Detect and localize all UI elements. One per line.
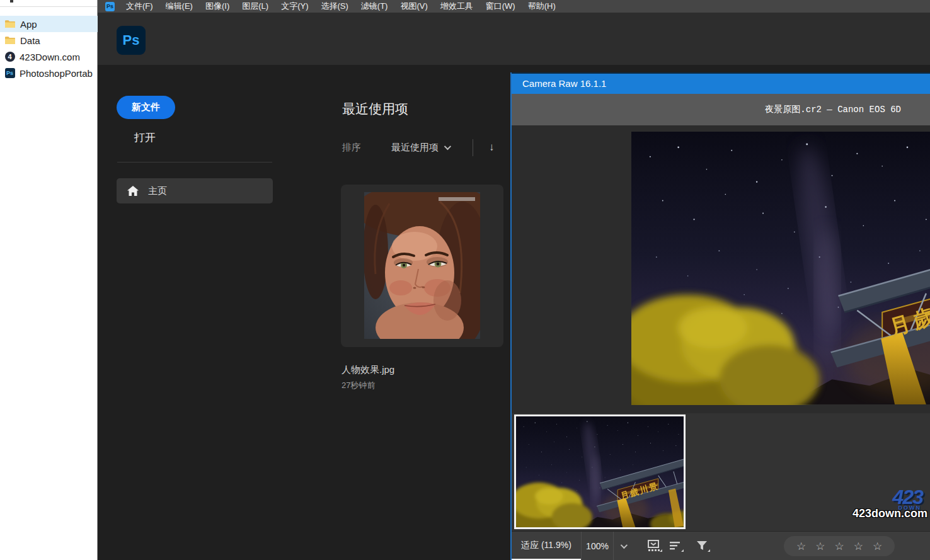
website-shortcut-icon: 4 bbox=[4, 52, 15, 62]
photoshop-logo: Ps bbox=[117, 26, 146, 55]
menu-bar: Ps 文件(F) 编辑(E) 图像(I) 图层(L) 文字(Y) 选择(S) 滤… bbox=[98, 0, 930, 13]
camera-raw-titlebar[interactable]: Camera Raw 16.1.1 bbox=[512, 74, 930, 94]
thumbnail-options-icon[interactable] bbox=[644, 532, 665, 560]
main-photo: 月歲川景 bbox=[631, 131, 930, 405]
menu-help[interactable]: 帮助(H) bbox=[522, 1, 562, 12]
photoshop-app-icon: Ps bbox=[4, 68, 15, 79]
explorer-separator bbox=[0, 6, 97, 7]
chevron-down-icon bbox=[444, 143, 451, 150]
nav-separator bbox=[117, 162, 272, 163]
camera-raw-dialog: Camera Raw 16.1.1 夜景原图.cr2 — Canon EOS 6… bbox=[510, 72, 930, 560]
explorer-item-423down[interactable]: 4 423Down.com bbox=[0, 49, 98, 65]
filmstrip: 月歲川景 423 DOWN 423down.com bbox=[512, 413, 930, 531]
zoom-fit-button[interactable]: 适应 (11.9%) bbox=[512, 532, 581, 560]
explorer-item-label: 423Down.com bbox=[20, 52, 80, 62]
watermark-down: DOWN bbox=[898, 505, 922, 511]
recent-files-title: 最近使用项 bbox=[342, 100, 408, 118]
explorer-item-data[interactable]: Data bbox=[0, 32, 98, 49]
sort-direction-icon[interactable]: ↓ bbox=[489, 141, 495, 154]
menu-file[interactable]: 文件(F) bbox=[120, 1, 159, 12]
folder-icon bbox=[4, 19, 16, 30]
sort-divider bbox=[473, 139, 473, 156]
watermark-logo: 423 bbox=[893, 486, 922, 509]
home-icon bbox=[127, 186, 139, 196]
star-rating: ☆ ☆ ☆ ☆ ☆ bbox=[784, 536, 895, 556]
star-4[interactable]: ☆ bbox=[854, 541, 863, 552]
sidebar-item-home[interactable]: 主页 bbox=[117, 178, 273, 203]
file-explorer-panel: App Data 4 423Down.com Ps PhotoshopPorta… bbox=[0, 0, 98, 560]
zoom-dropdown-chevron[interactable] bbox=[614, 532, 633, 560]
menu-view[interactable]: 视图(V) bbox=[394, 1, 433, 12]
filter-icon[interactable] bbox=[692, 532, 713, 560]
recent-file-time: 27秒钟前 bbox=[342, 380, 375, 391]
star-2[interactable]: ☆ bbox=[815, 541, 825, 552]
explorer-item-photoshop-portable[interactable]: Ps PhotoshopPortab bbox=[0, 65, 98, 81]
zoom-100-button[interactable]: 100% bbox=[582, 532, 613, 560]
recent-file-thumbnail bbox=[364, 192, 480, 339]
camera-raw-canvas: 月歲川景 bbox=[512, 125, 930, 413]
partial-item-fragment bbox=[10, 0, 13, 3]
star-1[interactable]: ☆ bbox=[796, 541, 806, 552]
explorer-item-label: App bbox=[20, 19, 37, 30]
menu-edit[interactable]: 编辑(E) bbox=[159, 1, 199, 12]
menu-type[interactable]: 文字(Y) bbox=[275, 1, 314, 12]
recent-file-card[interactable] bbox=[341, 185, 503, 347]
filmstrip-thumbnail-selected[interactable]: 月歲川景 bbox=[514, 414, 686, 529]
watermark: 423 DOWN 423down.com bbox=[852, 488, 927, 527]
camera-raw-bottom-toolbar: 适应 (11.9%) 100% bbox=[512, 531, 930, 560]
explorer-item-app[interactable]: App bbox=[0, 16, 98, 32]
explorer-item-label: Data bbox=[20, 35, 40, 46]
toolbar-spacer bbox=[633, 532, 644, 560]
home-header: Ps bbox=[98, 13, 930, 65]
star-3[interactable]: ☆ bbox=[834, 541, 844, 552]
sort-dropdown-value: 最近使用项 bbox=[391, 142, 439, 154]
star-5[interactable]: ☆ bbox=[873, 541, 882, 552]
watermark-site: 423down.com bbox=[852, 507, 927, 520]
menu-layer[interactable]: 图层(L) bbox=[236, 1, 275, 12]
home-item-label: 主页 bbox=[148, 185, 167, 197]
sort-row: 排序 最近使用项 ↓ bbox=[342, 139, 495, 156]
screen: App Data 4 423Down.com Ps PhotoshopPorta… bbox=[0, 0, 930, 560]
menu-image[interactable]: 图像(I) bbox=[199, 1, 236, 12]
menu-plugins[interactable]: 增效工具 bbox=[434, 1, 479, 12]
camera-raw-file-info: 夜景原图.cr2 — Canon EOS 6D bbox=[512, 94, 930, 125]
explorer-item-label: PhotoshopPortab bbox=[20, 68, 93, 79]
menu-select[interactable]: 选择(S) bbox=[314, 1, 354, 12]
recent-file-name: 人物效果.jpg bbox=[342, 364, 394, 376]
new-file-button[interactable]: 新文件 bbox=[117, 96, 175, 119]
open-button[interactable]: 打开 bbox=[134, 130, 156, 145]
ps-window-icon[interactable]: Ps bbox=[105, 2, 115, 11]
menu-window[interactable]: 窗口(W) bbox=[479, 1, 522, 12]
menu-filter[interactable]: 滤镜(T) bbox=[355, 1, 394, 12]
sort-label: 排序 bbox=[342, 142, 361, 154]
sort-dropdown[interactable]: 最近使用项 bbox=[391, 142, 449, 154]
folder-icon bbox=[4, 35, 16, 46]
sort-order-icon[interactable] bbox=[665, 532, 687, 560]
